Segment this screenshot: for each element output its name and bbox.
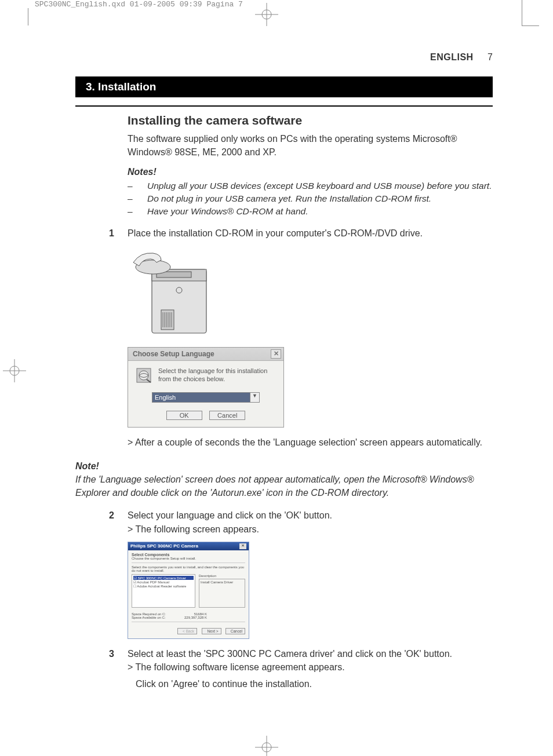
note-body: If the 'Language selection' screen does … bbox=[75, 474, 474, 498]
step-2-result: > The following screen appears. bbox=[128, 523, 493, 536]
crop-mark bbox=[28, 8, 28, 25]
note-item: Unplug all your USB devices (except USB … bbox=[128, 180, 493, 192]
print-header: SPC300NC_English.qxd 01-09-2005 09:39 Pa… bbox=[35, 0, 243, 9]
step-3: 3 Select at least the 'SPC 300NC PC Came… bbox=[128, 647, 493, 691]
figure-components-dialog: Philips SPC 300NC PC Camera × Select Com… bbox=[128, 542, 493, 639]
page-number: 7 bbox=[487, 52, 493, 62]
figure-language-dialog: Choose Setup Language ✕ S bbox=[128, 347, 493, 428]
step-number: 3 bbox=[109, 647, 114, 660]
list-item[interactable]: ☑ Acrobat PDF Manual bbox=[133, 580, 194, 584]
next-button[interactable]: Next > bbox=[202, 628, 221, 634]
step-text: Select your language and click on the 'O… bbox=[128, 509, 493, 522]
registration-mark bbox=[255, 3, 278, 26]
crop-mark bbox=[522, 0, 522, 25]
registration-mark bbox=[255, 736, 278, 756]
step-1: 1 Place the installation CD-ROM in your … bbox=[128, 227, 493, 240]
cancel-button[interactable]: Cancel bbox=[225, 628, 245, 634]
step-3-result: > The following software license agreeme… bbox=[128, 660, 493, 674]
notes-heading: Notes! bbox=[128, 167, 493, 177]
note-heading: Note! bbox=[75, 461, 99, 471]
crop-mark bbox=[522, 25, 539, 26]
note-item: Have your Windows® CD-ROM at hand. bbox=[128, 205, 493, 218]
step-3-result-2: Click on 'Agree' to continue the install… bbox=[128, 677, 493, 691]
page-content: ENGLISH 7 3. Installation Installing the… bbox=[75, 52, 493, 696]
select-components-dialog: Philips SPC 300NC PC Camera × Select Com… bbox=[128, 542, 249, 639]
notes-list: Unplug all your USB devices (except USB … bbox=[128, 180, 493, 217]
step-text: Select at least the 'SPC 300NC PC Camera… bbox=[128, 647, 493, 660]
dialog-title: Philips SPC 300NC PC Camera bbox=[130, 543, 198, 549]
dialog-instruction: Select the components you want to instal… bbox=[132, 565, 245, 572]
note-item: Do not plug in your USB camera yet. Run … bbox=[128, 192, 493, 205]
language-label: ENGLISH bbox=[430, 52, 474, 62]
step-1-result: > After a couple of seconds the the 'Lan… bbox=[128, 436, 493, 449]
dialog-title: Choose Setup Language bbox=[133, 350, 214, 358]
section-title: 3. Installation bbox=[75, 76, 493, 97]
dialog-message: Select the language for this installatio… bbox=[158, 367, 276, 384]
content-body: Installing the camera software The softw… bbox=[75, 105, 493, 691]
space-available: Space Available on C:229,397,328 K bbox=[132, 616, 207, 619]
dialog-heading: Select Components bbox=[132, 553, 245, 557]
close-icon[interactable]: ✕ bbox=[271, 349, 281, 359]
svg-point-22 bbox=[139, 371, 148, 380]
dropdown-value: English bbox=[152, 393, 250, 402]
dialog-subheading: Choose the components Setup will install… bbox=[132, 557, 245, 560]
step-text: Place the installation CD-ROM in your co… bbox=[128, 227, 493, 240]
ok-button[interactable]: OK bbox=[166, 411, 202, 420]
back-button: < Back bbox=[177, 628, 197, 634]
divider bbox=[132, 563, 245, 563]
figure-computer-tower bbox=[128, 246, 493, 339]
list-item[interactable]: ☐ Adobe Acrobat Reader software bbox=[133, 584, 194, 588]
page-header: ENGLISH 7 bbox=[75, 52, 493, 63]
step-number: 1 bbox=[109, 227, 114, 240]
globe-icon bbox=[135, 367, 152, 384]
cancel-button[interactable]: Cancel bbox=[209, 411, 245, 420]
intro-paragraph: The software supplied only works on PCs … bbox=[128, 132, 493, 159]
step-2: 2 Select your language and click on the … bbox=[128, 509, 493, 535]
registration-mark bbox=[3, 359, 26, 382]
dialog-titlebar: Philips SPC 300NC PC Camera × bbox=[128, 542, 249, 550]
step-number: 2 bbox=[109, 509, 114, 522]
close-icon[interactable]: × bbox=[239, 543, 246, 549]
components-list[interactable]: ☑ SPC 300NC PC Camera Driver ☑ Acrobat P… bbox=[132, 574, 195, 608]
description-box: Install Camera Driver bbox=[199, 579, 245, 608]
subheading: Installing the camera software bbox=[128, 114, 493, 127]
note-block: Note! If the 'Language selection' screen… bbox=[75, 459, 493, 500]
list-item[interactable]: ☑ SPC 300NC PC Camera Driver bbox=[133, 576, 194, 580]
chevron-down-icon[interactable]: ▼ bbox=[250, 393, 259, 402]
choose-language-dialog: Choose Setup Language ✕ S bbox=[128, 347, 284, 428]
language-dropdown[interactable]: English ▼ bbox=[152, 392, 260, 403]
description-label: Description bbox=[199, 574, 245, 578]
dialog-titlebar: Choose Setup Language ✕ bbox=[128, 348, 283, 361]
